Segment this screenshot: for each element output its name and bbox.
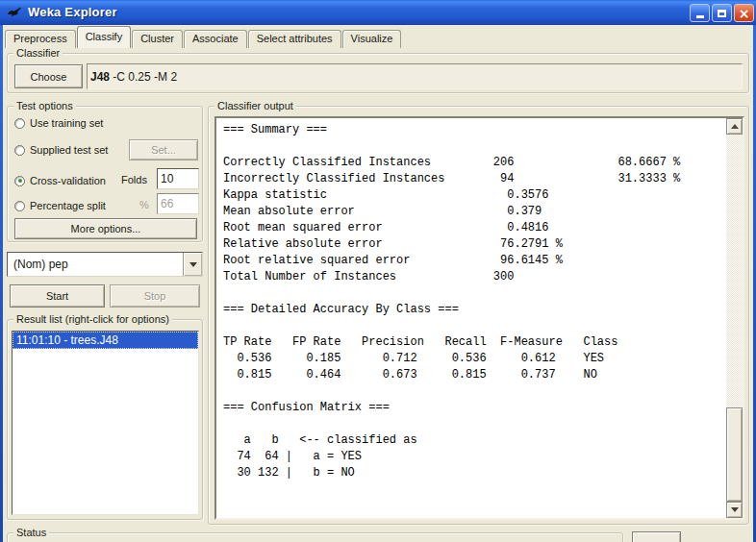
classifier-output-pane: === Summary === Correctly Classified Ins… xyxy=(214,116,744,520)
radio-supplied-test-set-label: Supplied test set xyxy=(30,144,108,156)
scroll-up-icon xyxy=(731,124,739,129)
radio-use-training-set-label: Use training set xyxy=(30,117,103,129)
folds-label: Folds xyxy=(121,174,147,185)
tab-classify[interactable]: Classify xyxy=(77,26,132,48)
result-list-item[interactable]: 11:01:10 - trees.J48 xyxy=(13,332,198,349)
result-list[interactable]: 11:01:10 - trees.J48 xyxy=(12,331,199,515)
radio-supplied-test-set[interactable]: Supplied test set xyxy=(14,143,108,157)
radio-use-training-set[interactable]: Use training set xyxy=(14,116,103,130)
status-group-label: Status xyxy=(13,527,49,538)
classifier-output-text[interactable]: === Summary === Correctly Classified Ins… xyxy=(216,118,726,518)
tab-visualize[interactable]: Visualize xyxy=(342,30,402,48)
set-test-set-button[interactable]: Set... xyxy=(129,139,198,160)
minimize-icon xyxy=(696,15,704,18)
tab-preprocess[interactable]: Preprocess xyxy=(5,30,76,48)
close-icon: × xyxy=(739,7,750,20)
chevron-down-icon xyxy=(189,262,197,267)
scrollbar-thumb[interactable] xyxy=(726,407,743,502)
classifier-scheme-options: -C 0.25 -M 2 xyxy=(110,70,177,84)
classifier-output-group-label: Classifier output xyxy=(214,100,296,111)
result-list-group-label: Result list (right-click for options) xyxy=(13,313,172,325)
radio-percentage-split-circle[interactable] xyxy=(14,201,25,211)
classifier-scheme-name: J48 xyxy=(90,70,110,84)
window-title: Weka Explorer xyxy=(28,5,117,19)
radio-percentage-split-label: Percentage split xyxy=(30,200,106,211)
stop-button[interactable]: Stop xyxy=(110,284,200,308)
window-border-left xyxy=(0,0,3,542)
radio-percentage-split[interactable]: Percentage split xyxy=(14,199,106,212)
class-attribute-value: (Nom) pep xyxy=(8,258,183,271)
classifier-group-label: Classifier xyxy=(13,47,63,59)
minimize-button[interactable] xyxy=(690,4,710,22)
scroll-down-icon xyxy=(731,507,739,512)
class-attribute-dropdown-button[interactable] xyxy=(183,253,202,276)
choose-classifier-button[interactable]: Choose xyxy=(14,64,83,88)
classifier-group: Classifier Choose J48 -C 0.25 -M 2 xyxy=(7,53,749,93)
test-options-group: Test options Use training set Supplied t… xyxy=(7,106,203,242)
result-list-group: Result list (right-click for options) 11… xyxy=(7,319,203,520)
weka-explorer-window: Weka Explorer × Preprocess Classify Clus… xyxy=(0,0,756,542)
more-options-button[interactable]: More options... xyxy=(14,218,197,239)
status-group: Status xyxy=(7,532,623,542)
log-button[interactable] xyxy=(632,531,681,542)
vertical-scrollbar[interactable] xyxy=(726,118,743,518)
start-button[interactable]: Start xyxy=(10,284,105,308)
title-bar[interactable]: Weka Explorer × xyxy=(0,0,756,25)
percent-split-input[interactable]: 66 xyxy=(157,193,199,214)
radio-cross-validation-circle[interactable] xyxy=(14,176,25,186)
maximize-button[interactable] xyxy=(712,4,732,22)
class-attribute-select[interactable]: (Nom) pep xyxy=(7,252,203,277)
window-controls: × xyxy=(690,4,754,22)
scroll-up-button[interactable] xyxy=(726,118,743,135)
tab-associate[interactable]: Associate xyxy=(184,30,247,48)
classifier-output-group: Classifier output === Summary === Correc… xyxy=(208,106,749,525)
radio-use-training-set-circle[interactable] xyxy=(14,118,25,129)
radio-cross-validation[interactable]: Cross-validation xyxy=(14,174,106,187)
percent-label: % xyxy=(139,199,149,210)
folds-input[interactable]: 10 xyxy=(157,168,199,189)
weka-icon xyxy=(7,5,22,20)
radio-cross-validation-label: Cross-validation xyxy=(30,175,106,186)
maximize-icon xyxy=(718,10,726,17)
scroll-down-button[interactable] xyxy=(726,502,743,518)
tab-bar: Preprocess Classify Cluster Associate Se… xyxy=(5,26,402,48)
close-button[interactable]: × xyxy=(734,4,754,22)
tab-cluster[interactable]: Cluster xyxy=(132,30,183,48)
classifier-scheme-field[interactable]: J48 -C 0.25 -M 2 xyxy=(87,63,743,89)
radio-supplied-test-set-circle[interactable] xyxy=(14,145,25,156)
test-options-group-label: Test options xyxy=(13,100,76,111)
tab-select-attributes[interactable]: Select attributes xyxy=(248,30,341,48)
